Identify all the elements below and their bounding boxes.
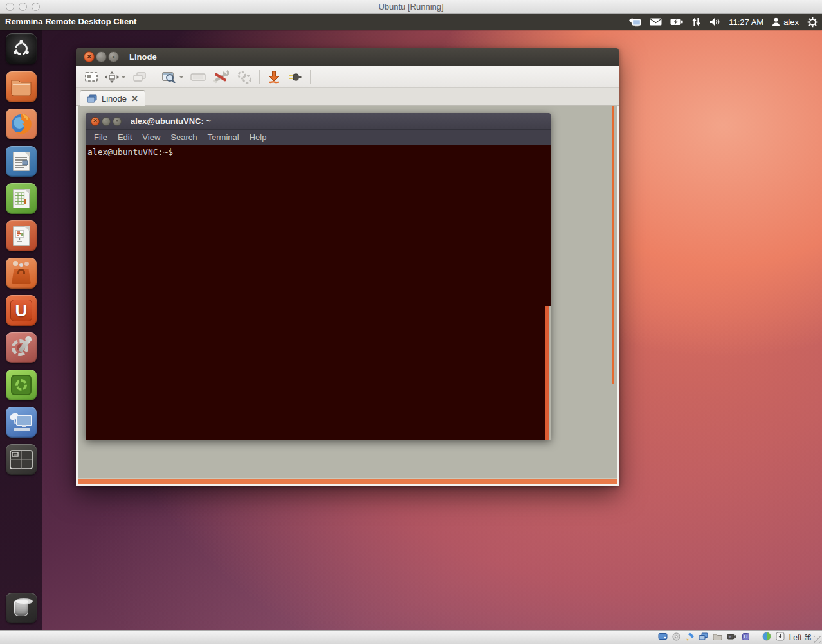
svg-text:U: U [744, 634, 747, 640]
remmina-maximize-button[interactable]: ▫ [108, 51, 119, 62]
keyboard-grab-button[interactable] [187, 68, 209, 86]
mouse-integration-icon[interactable] [762, 632, 771, 643]
statusbar-separator [756, 633, 756, 642]
toolbar-separator [259, 70, 260, 84]
network-traffic-indicator-icon[interactable] [691, 17, 701, 26]
launcher-item-files[interactable] [6, 71, 37, 102]
vm-close-button[interactable] [6, 3, 14, 11]
vm-zoom-button[interactable] [32, 3, 40, 11]
resize-grip[interactable] [813, 635, 821, 643]
tab-label: Linode [102, 94, 127, 103]
zoom-dropdown[interactable] [179, 76, 184, 78]
terminal-close-button[interactable]: ✕ [91, 117, 100, 126]
switch-tab-pages-button[interactable] [129, 68, 150, 86]
terminal-window-title: alex@ubuntuVNC: ~ [131, 116, 211, 126]
launcher-item-ubuntu-one[interactable]: U [6, 295, 37, 326]
host-key-label: Left ⌘ [789, 633, 812, 642]
shell-prompt: alex@ubuntuVNC:~$ [87, 147, 173, 157]
vm-minimize-button[interactable] [19, 3, 27, 11]
launcher-item-libreoffice-writer[interactable] [6, 146, 37, 177]
launcher-item-workspace-switcher[interactable] [6, 444, 37, 475]
remmina-toolbar [76, 66, 619, 88]
remmina-tabbar: Linode ✕ [76, 88, 619, 106]
remmina-minimize-button[interactable]: − [96, 51, 107, 62]
vbox-statusbar: U Left ⌘ [0, 630, 822, 644]
launcher-item-firefox[interactable] [6, 109, 37, 139]
files-icon [10, 78, 32, 96]
trash-icon [14, 600, 28, 616]
launcher-item-trash[interactable] [6, 593, 37, 623]
software-center-icon [10, 262, 32, 284]
preferences-button[interactable] [232, 68, 255, 86]
screen: Ubuntu [Running] Remmina Remote Desktop … [0, 0, 822, 644]
launcher-item-software-center[interactable] [6, 258, 37, 289]
clock-indicator[interactable]: 11:27 AM [729, 17, 763, 27]
zoom-button[interactable] [158, 68, 187, 86]
menu-edit[interactable]: Edit [113, 132, 137, 142]
tools-button[interactable] [209, 68, 232, 86]
terminal-screen[interactable]: alex@ubuntuVNC:~$ [86, 145, 551, 440]
remote-desktop-indicator-icon[interactable] [628, 17, 641, 27]
mail-indicator-icon[interactable] [650, 18, 662, 26]
remmina-window: ✕ − ▫ Linode [76, 48, 619, 486]
video-capture-icon[interactable] [727, 633, 737, 642]
session-gear-icon[interactable] [807, 17, 818, 28]
keyboard-capture-icon[interactable] [776, 632, 785, 643]
shared-clipboard-icon[interactable] [685, 632, 694, 643]
system-settings-icon [10, 336, 33, 359]
remmina-icon [8, 411, 34, 433]
terminal-window: ✕ − ▫ alex@ubuntuVNC: ~ File Edit View S… [86, 113, 551, 440]
vnc-edge-artifact-right [612, 106, 614, 384]
optical-drives-icon[interactable] [672, 632, 680, 643]
unity-launcher: U [0, 30, 42, 630]
workspace-switcher-icon [10, 450, 33, 469]
launcher-item-system-testing[interactable] [6, 370, 37, 400]
remmina-titlebar[interactable]: ✕ − ▫ Linode [76, 48, 619, 66]
shared-folders-icon[interactable] [713, 633, 722, 642]
menu-search[interactable]: Search [165, 132, 202, 142]
panel-app-title: Remmina Remote Desktop Client [5, 14, 136, 30]
vm-window-titlebar[interactable]: Ubuntu [Running] [0, 0, 822, 14]
ubuntu-one-icon: U [10, 300, 32, 321]
terminal-menubar: File Edit View Search Terminal Help [86, 130, 551, 145]
connection-tab-linode[interactable]: Linode ✕ [80, 90, 145, 106]
scaled-mode-button[interactable] [102, 68, 129, 86]
launcher-item-remmina[interactable] [6, 407, 37, 438]
unity-top-panel: Remmina Remote Desktop Client 11:27 AM a… [0, 14, 822, 30]
vnc-viewport[interactable]: ✕ − ▫ alex@ubuntuVNC: ~ File Edit View S… [76, 106, 619, 486]
toggle-fullscreen-button[interactable] [81, 68, 102, 86]
toolbar-separator [154, 70, 154, 84]
tab-close-button[interactable]: ✕ [131, 94, 138, 103]
features-chip-icon[interactable]: U [742, 632, 750, 643]
launcher-item-libreoffice-impress[interactable] [6, 220, 37, 251]
vm-window-title: Ubuntu [Running] [0, 0, 822, 13]
remmina-close-button[interactable]: ✕ [84, 51, 95, 62]
volume-indicator-icon[interactable] [709, 17, 720, 26]
hard-disks-icon[interactable] [658, 632, 668, 642]
username-label: alex [783, 17, 799, 27]
terminal-titlebar[interactable]: ✕ − ▫ alex@ubuntuVNC: ~ [86, 113, 551, 130]
display-icon[interactable] [699, 632, 708, 642]
launcher-item-libreoffice-calc[interactable] [6, 183, 37, 214]
menu-view[interactable]: View [137, 132, 165, 142]
disconnect-button[interactable] [284, 68, 306, 86]
launcher-item-dash-home[interactable] [6, 33, 37, 64]
minimize-window-button[interactable] [264, 68, 284, 86]
terminal-maximize-button[interactable]: ▫ [113, 117, 122, 126]
menu-file[interactable]: File [89, 132, 113, 142]
dash-home-icon [12, 39, 31, 58]
toolbar-separator [310, 70, 311, 84]
firefox-icon [10, 112, 33, 136]
launcher-item-system-settings[interactable] [6, 332, 37, 363]
libreoffice-writer-icon [13, 152, 30, 171]
menu-terminal[interactable]: Terminal [203, 132, 244, 142]
scaled-mode-dropdown[interactable] [121, 76, 126, 78]
libreoffice-calc-icon [13, 189, 30, 208]
user-icon [772, 17, 780, 26]
indicator-area: 11:27 AM alex [628, 14, 818, 30]
terminal-minimize-button[interactable]: − [102, 117, 111, 126]
user-menu[interactable]: alex [772, 17, 799, 27]
vnc-edge-artifact-bottom [78, 479, 617, 484]
menu-help[interactable]: Help [244, 132, 272, 142]
battery-indicator-icon[interactable] [670, 18, 683, 26]
